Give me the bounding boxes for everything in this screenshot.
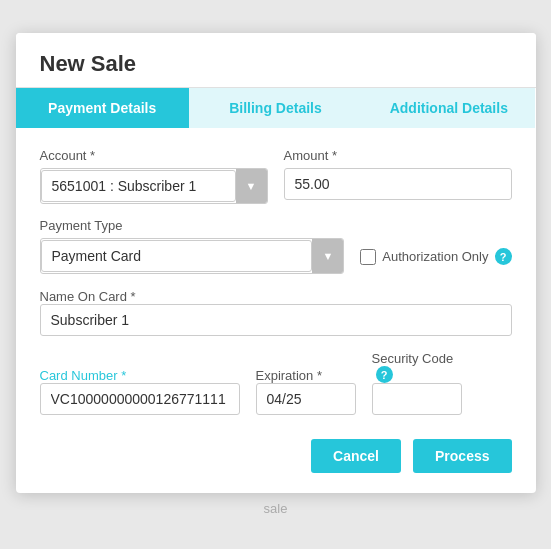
amount-label: Amount * [284,148,512,163]
sale-footer: sale [264,501,288,516]
account-label: Account * [40,148,268,163]
account-group: Account * [40,148,268,204]
process-button[interactable]: Process [413,439,511,473]
tab-payment-details[interactable]: Payment Details [16,88,189,128]
modal-wrapper: New Sale Payment Details Billing Details… [0,0,551,549]
modal-body: Account * Amount * Payment Type [16,128,536,494]
modal-title: New Sale [40,51,137,76]
authorization-only-checkbox[interactable] [360,249,376,265]
expiration-input[interactable] [256,383,356,415]
payment-type-label: Payment Type [40,218,345,233]
amount-group: Amount * [284,148,512,204]
authorization-only-label: Authorization Only [382,249,488,264]
security-code-help-icon[interactable]: ? [376,366,393,383]
payment-type-row: Payment Type Authorization Only ? [40,218,512,274]
amount-input[interactable] [284,168,512,200]
expiration-label: Expiration * [256,368,322,383]
account-input[interactable] [41,170,236,202]
payment-type-input[interactable] [41,240,313,272]
card-number-label: Card Number * [40,368,127,383]
tab-additional-details[interactable]: Additional Details [362,88,535,128]
payment-type-group: Payment Type [40,218,345,274]
name-on-card-row: Name On Card * [40,288,512,336]
tabs-container: Payment Details Billing Details Addition… [16,88,536,128]
security-code-group: Security Code ? [372,350,462,416]
security-code-input[interactable] [372,383,462,415]
name-on-card-label: Name On Card * [40,289,136,304]
account-dropdown-arrow[interactable] [236,169,267,203]
payment-type-dropdown[interactable] [40,238,345,274]
tab-billing-details[interactable]: Billing Details [189,88,362,128]
authorization-help-icon[interactable]: ? [495,248,512,265]
payment-type-dropdown-arrow[interactable] [312,239,343,273]
modal-header: New Sale [16,33,536,88]
modal: New Sale Payment Details Billing Details… [16,33,536,494]
card-number-input[interactable] [40,383,240,415]
account-amount-row: Account * Amount * [40,148,512,204]
cancel-button[interactable]: Cancel [311,439,401,473]
footer-buttons-row: Cancel Process [40,429,512,477]
account-dropdown[interactable] [40,168,268,204]
name-on-card-input[interactable] [40,304,512,336]
card-number-row: Card Number * Expiration * Security Code… [40,350,512,416]
expiration-group: Expiration * [256,367,356,415]
security-code-label: Security Code ? [372,351,454,382]
card-number-group: Card Number * [40,367,240,415]
authorization-only-group: Authorization Only ? [360,218,511,274]
